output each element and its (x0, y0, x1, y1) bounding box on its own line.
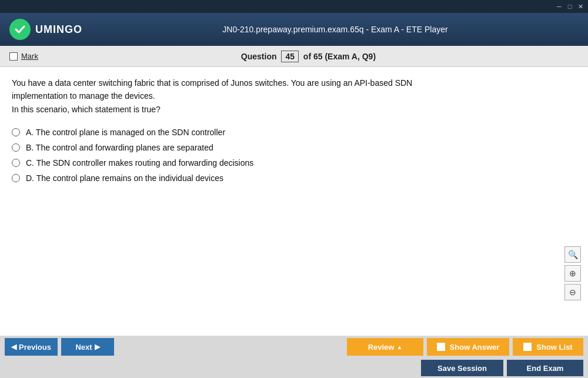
previous-button[interactable]: ◀ Previous (5, 338, 58, 356)
question-of-total: of 65 (Exam A, Q9) (303, 52, 376, 61)
show-list-button[interactable]: Show List (513, 338, 583, 356)
question-label: Question (241, 52, 277, 61)
show-answer-label: Show Answer (450, 343, 500, 352)
previous-label: Previous (19, 343, 51, 352)
mark-area[interactable]: Mark (9, 52, 38, 61)
save-session-label: Save Session (437, 364, 487, 373)
review-label: Review (368, 343, 395, 352)
show-list-icon (523, 343, 532, 351)
radio-d[interactable] (12, 174, 20, 182)
close-button[interactable]: ✕ (575, 2, 586, 11)
options-list: A. The control plane is managed on the S… (12, 128, 576, 183)
main-content: You have a data center switching fabric … (0, 67, 588, 336)
app-title: JN0-210.prepaway.premium.exam.65q - Exam… (92, 25, 579, 34)
option-c[interactable]: C. The SDN controller makes routing and … (12, 158, 576, 168)
side-icons: 🔍 ⊕ ⊖ (564, 246, 581, 300)
question-line1: You have a data center switching fabric … (12, 78, 412, 88)
app-header: UMINGO JN0-210.prepaway.premium.exam.65q… (0, 13, 588, 46)
logo-icon (9, 19, 31, 40)
show-answer-button[interactable]: Show Answer (427, 338, 509, 356)
end-exam-button[interactable]: End Exam (507, 360, 583, 376)
restore-button[interactable]: □ (564, 2, 575, 11)
bottom-toolbar: ◀ Previous Next ▶ Review ▲ Show Answer S… (0, 336, 588, 378)
prev-arrow-icon: ◀ (11, 343, 16, 351)
review-arrow-icon: ▲ (396, 344, 402, 350)
search-icon[interactable]: 🔍 (564, 246, 581, 263)
question-line2: implementation to manage the devices. (12, 91, 155, 101)
logo-area: UMINGO (9, 19, 92, 40)
next-label: Next (75, 343, 92, 352)
save-session-button[interactable]: Save Session (421, 360, 503, 376)
option-b-text: B. The control and forwarding planes are… (26, 143, 213, 152)
toolbar-row2: Save Session End Exam (0, 358, 588, 378)
zoom-out-icon[interactable]: ⊖ (564, 284, 581, 300)
zoom-in-icon[interactable]: ⊕ (564, 265, 581, 282)
option-d[interactable]: D. The control plane remains on the indi… (12, 173, 576, 183)
question-counter: Question 45 of 65 (Exam A, Q9) (38, 51, 579, 62)
radio-b[interactable] (12, 143, 20, 152)
show-list-label: Show List (536, 343, 572, 352)
question-number-box: 45 (281, 51, 299, 62)
minimize-button[interactable]: ─ (554, 2, 564, 11)
option-c-text: C. The SDN controller makes routing and … (26, 158, 253, 168)
title-bar: ─ □ ✕ (0, 0, 588, 13)
option-b[interactable]: B. The control and forwarding planes are… (12, 143, 576, 152)
next-arrow-icon: ▶ (95, 343, 100, 351)
logo-text: UMINGO (35, 24, 82, 36)
option-a[interactable]: A. The control plane is managed on the S… (12, 128, 576, 137)
show-answer-icon (437, 343, 445, 351)
next-button[interactable]: Next ▶ (61, 338, 114, 356)
mark-label: Mark (21, 52, 38, 61)
mark-checkbox[interactable] (9, 52, 18, 61)
question-line3: In this scenario, which statement is tru… (12, 105, 161, 114)
review-button[interactable]: Review ▲ (347, 338, 423, 356)
end-exam-label: End Exam (527, 364, 564, 373)
radio-c[interactable] (12, 159, 20, 167)
question-header: Mark Question 45 of 65 (Exam A, Q9) (0, 46, 588, 67)
question-text: You have a data center switching fabric … (12, 76, 576, 116)
option-d-text: D. The control plane remains on the indi… (26, 173, 223, 183)
toolbar-row1: ◀ Previous Next ▶ Review ▲ Show Answer S… (0, 336, 588, 358)
option-a-text: A. The control plane is managed on the S… (26, 128, 225, 137)
radio-a[interactable] (12, 128, 20, 136)
